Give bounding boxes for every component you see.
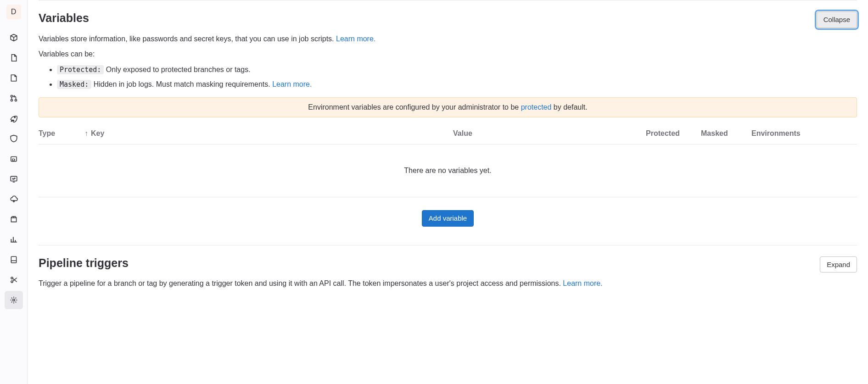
column-header-value[interactable]: Value	[453, 129, 646, 138]
column-header-key[interactable]: ↑ Key	[84, 129, 453, 138]
pipeline-triggers-description: Trigger a pipeline for a branch or tag b…	[39, 278, 857, 289]
svg-rect-7	[11, 256, 16, 263]
list-item-protected: Protected: Only exposed to protected bra…	[57, 64, 857, 76]
svg-point-0	[11, 95, 12, 97]
pipeline-triggers-title: Pipeline triggers	[39, 256, 129, 270]
alert-protected-link[interactable]: protected	[521, 103, 552, 111]
alert-text-before: Environment variables are configured by …	[308, 103, 521, 111]
alert-text-after: by default.	[551, 103, 587, 111]
list-item-masked: Masked: Hidden in job logs. Must match m…	[57, 78, 857, 90]
sidebar-item-deployments[interactable]	[5, 150, 23, 168]
svg-point-6	[13, 200, 14, 202]
shield-icon	[10, 134, 18, 143]
variables-learn-more-link[interactable]: Learn more.	[336, 35, 375, 43]
sidebar-item-analytics[interactable]	[5, 230, 23, 249]
sidebar-item-cicd[interactable]	[5, 109, 23, 128]
sidebar-item-security[interactable]	[5, 129, 23, 148]
file-icon	[10, 54, 18, 62]
svg-point-8	[11, 277, 13, 279]
sidebar-item-issues[interactable]	[5, 69, 23, 87]
sidebar-item-merge-requests[interactable]	[5, 89, 23, 107]
svg-point-10	[12, 299, 15, 301]
variables-description: Variables store information, like passwo…	[39, 33, 857, 45]
sidebar-item-packages[interactable]	[5, 210, 23, 228]
column-header-protected[interactable]: Protected	[646, 129, 701, 138]
svg-point-9	[11, 281, 13, 283]
protected-code: Protected:	[57, 65, 104, 74]
column-header-key-label: Key	[91, 129, 104, 138]
monitor-icon	[10, 175, 18, 183]
svg-rect-5	[11, 176, 17, 181]
variables-table-header: Type ↑ Key Value Protected Masked Enviro…	[39, 123, 857, 145]
variables-can-be-text: Variables can be:	[39, 50, 857, 58]
pipeline-triggers-section: Pipeline triggers Expand Trigger a pipel…	[39, 245, 857, 289]
project-avatar[interactable]: D	[6, 5, 21, 19]
column-header-masked[interactable]: Masked	[701, 129, 751, 138]
sidebar-item-wiki[interactable]	[5, 250, 23, 269]
sidebar-item-repository[interactable]	[5, 49, 23, 67]
sidebar-item-project[interactable]	[5, 28, 23, 47]
collapse-button[interactable]: Collapse	[817, 11, 857, 28]
cube-icon	[10, 33, 18, 42]
triggers-description-text: Trigger a pipeline for a branch or tag b…	[39, 279, 563, 287]
protected-text: Only exposed to protected branches or ta…	[104, 66, 250, 73]
sidebar-item-monitor[interactable]	[5, 170, 23, 188]
variable-types-list: Protected: Only exposed to protected bra…	[39, 64, 857, 90]
protected-default-alert: Environment variables are configured by …	[39, 97, 857, 117]
triggers-learn-more-link[interactable]: Learn more.	[563, 279, 602, 287]
sort-ascending-icon: ↑	[84, 130, 88, 137]
deploy-icon	[10, 155, 18, 163]
package-icon	[10, 215, 18, 223]
main-content: Variables Collapse Variables store infor…	[28, 0, 868, 384]
svg-point-3	[14, 117, 15, 118]
variables-empty-state: There are no variables yet.	[39, 145, 857, 197]
scissors-icon	[10, 276, 18, 284]
add-variable-button[interactable]: Add variable	[422, 210, 474, 227]
merge-request-icon	[10, 94, 18, 102]
cloud-gear-icon	[10, 195, 18, 203]
svg-point-2	[15, 99, 17, 101]
variables-table: Type ↑ Key Value Protected Masked Enviro…	[39, 123, 857, 197]
analytics-icon	[10, 235, 18, 244]
sidebar: D	[0, 0, 28, 384]
rocket-icon	[10, 114, 18, 122]
masked-code: Masked:	[57, 80, 91, 89]
variables-section: Variables Collapse Variables store infor…	[39, 0, 857, 245]
sidebar-item-snippets[interactable]	[5, 271, 23, 289]
sidebar-item-settings[interactable]	[5, 291, 23, 309]
masked-learn-more-link[interactable]: Learn more.	[272, 80, 312, 88]
book-icon	[10, 256, 18, 264]
gear-icon	[10, 296, 18, 304]
masked-text: Hidden in job logs. Must match masking r…	[91, 80, 272, 88]
issue-icon	[10, 74, 18, 82]
column-header-type[interactable]: Type	[39, 129, 84, 138]
svg-point-1	[11, 99, 12, 101]
variables-description-text: Variables store information, like passwo…	[39, 35, 336, 43]
variables-title: Variables	[39, 11, 89, 25]
sidebar-item-infrastructure[interactable]	[5, 190, 23, 208]
column-header-environments[interactable]: Environments	[751, 129, 857, 138]
expand-button[interactable]: Expand	[820, 256, 857, 273]
